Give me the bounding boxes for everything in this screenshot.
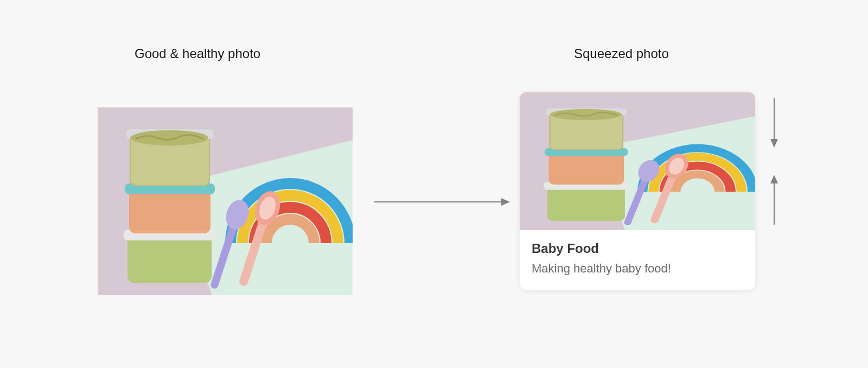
svg-rect-2 [127, 235, 212, 283]
svg-point-24 [550, 109, 622, 120]
svg-rect-18 [547, 186, 625, 221]
diagram-container: Good & healthy photo Squeezed photo [0, 0, 868, 368]
svg-point-8 [130, 130, 208, 145]
svg-rect-4 [129, 189, 210, 233]
recipe-card: Baby Food Making healthy baby food! [520, 92, 755, 290]
squeezed-photo [520, 92, 755, 230]
squeeze-arrows-icon [766, 97, 782, 226]
card-subtitle: Making healthy baby food! [532, 262, 743, 276]
original-photo [98, 107, 353, 295]
card-body: Baby Food Making healthy baby food! [520, 230, 755, 290]
svg-marker-15 [501, 198, 510, 206]
svg-marker-31 [770, 139, 778, 148]
right-label: Squeezed photo [574, 46, 669, 61]
arrow-right-icon [374, 196, 510, 207]
card-title: Baby Food [532, 241, 743, 256]
svg-rect-20 [549, 152, 624, 185]
left-label: Good & healthy photo [135, 46, 260, 61]
svg-marker-33 [770, 175, 778, 183]
